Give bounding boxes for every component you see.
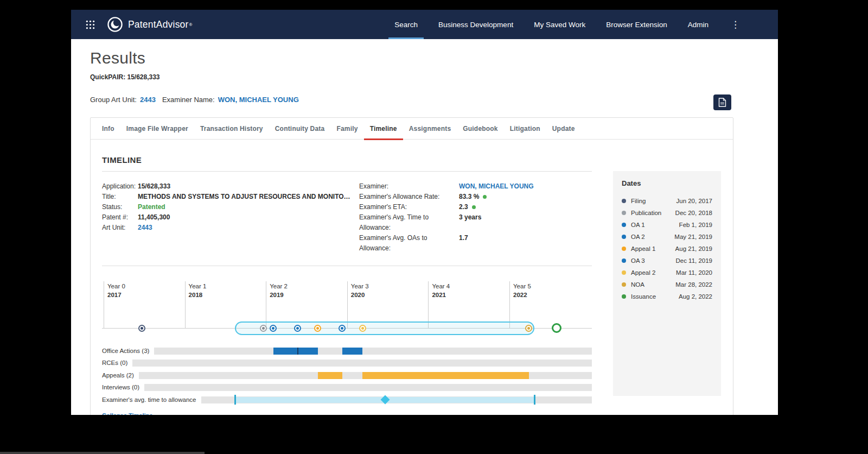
taskbar-hint — [0, 452, 205, 454]
detail-value[interactable]: 2443 — [138, 223, 152, 233]
row-bar — [273, 348, 318, 355]
collapse-timeline-link[interactable]: Collapse Timeline — [102, 412, 152, 415]
detail-row-examiner-s-avg-time-to-allowance: Examiner's Avg. Time to Allowance:3 year… — [359, 212, 592, 233]
filing-dot — [622, 199, 626, 203]
row-track — [132, 360, 592, 367]
detail-row-examiner-s-allowance-rate: Examiner's Allowance Rate:83.3 % — [359, 192, 592, 202]
event-marker-appeal-2[interactable] — [359, 325, 366, 332]
date-row-appeal-2: Appeal 2Mar 11, 2020 — [622, 267, 712, 279]
date-label: Appeal 2 — [631, 269, 676, 276]
issuance-dot — [622, 294, 626, 299]
detail-row-title: Title:METHODS AND SYSTEMS TO ADJUST RESO… — [102, 192, 359, 202]
marker-dot — [272, 327, 275, 330]
apps-grid-glyph — [86, 20, 95, 29]
oa-2-dot — [622, 235, 626, 239]
detail-value[interactable]: WON, MICHAEL YOUNG — [459, 181, 534, 192]
tab-family[interactable]: Family — [330, 118, 363, 140]
details-left-column: Application:15/628,333Title:METHODS AND … — [102, 181, 359, 254]
top-navbar: PatentAdvisor® SearchBusiness Developmen… — [71, 10, 778, 39]
date-label: OA 3 — [631, 257, 675, 264]
date-label: Publication — [631, 210, 675, 216]
registered-mark: ® — [189, 22, 193, 27]
event-marker-issuance[interactable] — [552, 323, 561, 333]
row-label: Appeals (2) — [102, 371, 134, 379]
row-label: Office Actions (3) — [102, 347, 149, 355]
detail-label: Patent #: — [102, 212, 138, 223]
nav-item-search[interactable]: Search — [384, 10, 428, 39]
page-title: Results — [90, 49, 778, 67]
date-label: OA 1 — [631, 222, 679, 228]
date-row-noa: NOAMar 28, 2022 — [622, 279, 712, 291]
event-marker-oa-2[interactable] — [294, 325, 301, 332]
tab-transaction-history[interactable]: Transaction History — [194, 118, 269, 140]
detail-value: 2.3 — [459, 202, 468, 212]
row-track — [144, 384, 592, 391]
detail-row-patent: Patent #:11,405,300 — [102, 212, 359, 223]
date-row-publication: PublicationDec 20, 2018 — [622, 207, 712, 219]
date-value: Jun 20, 2017 — [676, 198, 712, 204]
nav-item-business-development[interactable]: Business Development — [428, 10, 524, 39]
detail-value: Patented — [138, 202, 165, 212]
divider — [102, 171, 592, 172]
year-value: 2019 — [270, 292, 284, 298]
row-label: RCEs (0) — [102, 359, 127, 367]
timeline-heading: TIMELINE — [102, 155, 592, 165]
row-track — [154, 348, 592, 355]
detail-value: 11,405,300 — [138, 212, 170, 223]
year-label: Year 2 — [270, 283, 288, 289]
event-marker-filing[interactable] — [138, 325, 145, 332]
group-art-unit-link[interactable]: 2443 — [140, 96, 156, 104]
detail-label: Examiner's Allowance Rate: — [359, 192, 459, 202]
detail-value: 1.7 — [459, 233, 468, 254]
chart-row-examiner-s-avg-time-to-allowance: Examiner's avg. time to allowance — [102, 396, 592, 403]
appeal-2-dot — [622, 270, 626, 275]
tab-continuity-data[interactable]: Continuity Data — [269, 118, 331, 140]
date-row-oa-2: OA 2May 21, 2019 — [622, 231, 712, 243]
more-menu-icon[interactable]: ⋮ — [727, 20, 743, 29]
tab-assignments[interactable]: Assignments — [403, 118, 457, 140]
detail-value: METHODS AND SYSTEMS TO ADJUST RESOURCES … — [138, 192, 350, 202]
date-row-issuance: IssuanceAug 2, 2022 — [622, 291, 712, 302]
app-window: PatentAdvisor® SearchBusiness Developmen… — [71, 10, 778, 415]
tab-litigation[interactable]: Litigation — [504, 118, 546, 140]
tab-guidebook[interactable]: Guidebook — [457, 118, 503, 140]
detail-label: Examiner: — [359, 181, 459, 192]
date-row-filing: FilingJun 20, 2017 — [622, 195, 712, 207]
detail-label: Status: — [102, 202, 138, 212]
pdf-export-button[interactable] — [713, 94, 731, 110]
detail-row-examiner-s-avg-oas-to-allowance: Examiner's Avg. OAs to Allowance:1.7 — [359, 233, 592, 254]
tab-update[interactable]: Update — [546, 118, 581, 140]
chart-row-rces-0: RCEs (0) — [102, 359, 592, 367]
nav-item-browser-extension[interactable]: Browser Extension — [596, 10, 678, 39]
tab-image-file-wrapper[interactable]: Image File Wrapper — [120, 118, 194, 140]
row-bar — [318, 372, 342, 379]
marker-dot — [361, 327, 364, 330]
detail-label: Title: — [102, 192, 138, 202]
detail-value: 83.3 % — [459, 192, 479, 202]
nav-item-my-saved-work[interactable]: My Saved Work — [524, 10, 596, 39]
row-bar — [362, 372, 529, 379]
date-value: Dec 20, 2018 — [675, 210, 712, 216]
date-value: Dec 11, 2019 — [675, 257, 712, 264]
detail-row-examiner-s-eta: Examiner's ETA:2.3 — [359, 202, 592, 212]
tab-timeline[interactable]: Timeline — [364, 118, 403, 140]
row-label: Examiner's avg. time to allowance — [102, 396, 196, 403]
nav-item-admin[interactable]: Admin — [678, 10, 719, 39]
marker-dot — [527, 327, 530, 330]
date-row-appeal-1: Appeal 1Aug 21, 2019 — [622, 243, 712, 255]
tab-info[interactable]: Info — [96, 118, 120, 140]
detail-label: Examiner's Avg. OAs to Allowance: — [359, 233, 459, 254]
examiner-name-link[interactable]: WON, MICHAEL YOUNG — [218, 96, 299, 104]
detail-label: Art Unit: — [102, 223, 138, 233]
year-value: 2020 — [351, 292, 365, 298]
chart-row-office-actions-3: Office Actions (3) — [102, 347, 592, 355]
detail-row-examiner: Examiner:WON, MICHAEL YOUNG — [359, 181, 592, 192]
patentadvisor-logo[interactable]: PatentAdvisor® — [107, 16, 192, 33]
timeline-chart: Year 02017Year 12018Year 22019Year 32020… — [102, 281, 592, 407]
detail-row-status: Status:Patented — [102, 202, 359, 212]
divider — [102, 266, 592, 266]
year-value: 2018 — [189, 292, 203, 298]
date-value: May 21, 2019 — [674, 234, 712, 240]
noa-dot — [622, 282, 626, 287]
apps-grid-icon[interactable] — [86, 20, 95, 29]
